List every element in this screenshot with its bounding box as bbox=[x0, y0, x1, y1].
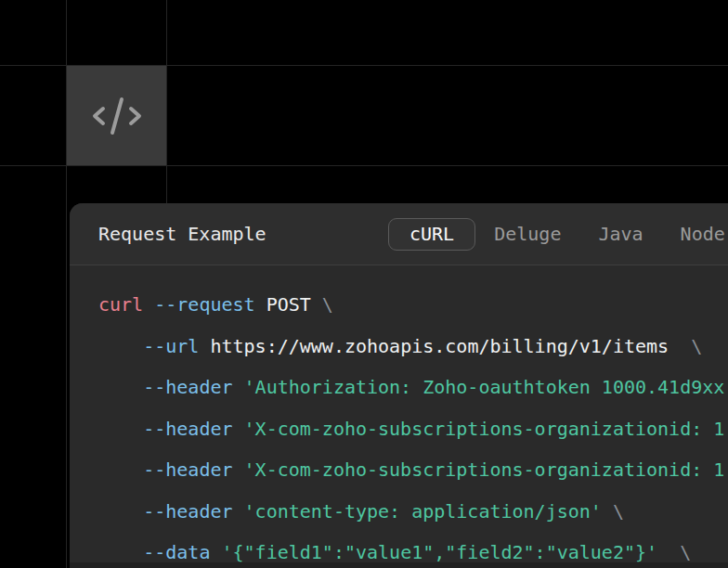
code-line: --header 'content-type: application/json… bbox=[98, 491, 728, 533]
code-icon bbox=[91, 95, 143, 137]
tab-curl[interactable]: cURL bbox=[388, 218, 475, 251]
grid-line-horizontal-2 bbox=[0, 165, 728, 166]
code-line: --header 'X-com-zoho-subscriptions-organ… bbox=[98, 408, 728, 450]
panel-title: Request Example bbox=[98, 223, 266, 245]
page: { "colors": { "background": "#000000", "… bbox=[0, 0, 728, 568]
tab-node[interactable]: Node bbox=[662, 223, 728, 245]
tab-java[interactable]: Java bbox=[579, 223, 661, 245]
language-tabs: cURLDelugeJavaNode bbox=[388, 203, 728, 265]
tab-deluge[interactable]: Deluge bbox=[475, 223, 579, 245]
panel-header: Request Example cURLDelugeJavaNode bbox=[70, 203, 728, 265]
code-line: --header 'Authorization: Zoho-oauthtoken… bbox=[98, 367, 728, 408]
panel-footer-strip bbox=[70, 562, 728, 568]
code-line: --url https://www.zohoapis.com/billing/v… bbox=[98, 326, 728, 368]
code-line: --header 'X-com-zoho-subscriptions-organ… bbox=[98, 449, 728, 491]
code-line: curl --request POST \ bbox=[98, 284, 728, 326]
request-example-panel: Request Example cURLDelugeJavaNode curl … bbox=[70, 203, 728, 568]
code-block: curl --request POST \ --url https://www.… bbox=[70, 265, 728, 568]
code-tile bbox=[67, 66, 166, 165]
